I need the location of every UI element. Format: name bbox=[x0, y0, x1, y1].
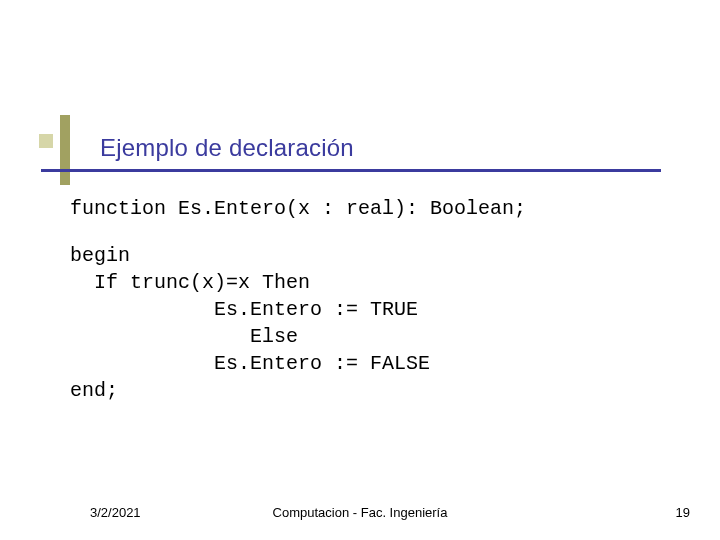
code-block: function Es.Entero(x : real): Boolean; b… bbox=[70, 195, 670, 404]
code-line: begin bbox=[70, 242, 670, 269]
code-line: end; bbox=[70, 377, 670, 404]
title-underline bbox=[41, 169, 661, 172]
footer-center: Computacion - Fac. Ingeniería bbox=[0, 505, 720, 520]
footer-page-number: 19 bbox=[676, 505, 690, 520]
blank-line bbox=[70, 222, 670, 242]
slide-title: Ejemplo de declaración bbox=[100, 134, 354, 162]
accent-bar-vertical bbox=[60, 115, 70, 185]
code-line: Es.Entero := TRUE bbox=[70, 296, 670, 323]
code-line: If trunc(x)=x Then bbox=[70, 269, 670, 296]
code-line: Es.Entero := FALSE bbox=[70, 350, 670, 377]
accent-square bbox=[39, 134, 53, 148]
code-line: Else bbox=[70, 323, 670, 350]
code-line: function Es.Entero(x : real): Boolean; bbox=[70, 195, 670, 222]
slide: Ejemplo de declaración function Es.Enter… bbox=[0, 0, 720, 540]
